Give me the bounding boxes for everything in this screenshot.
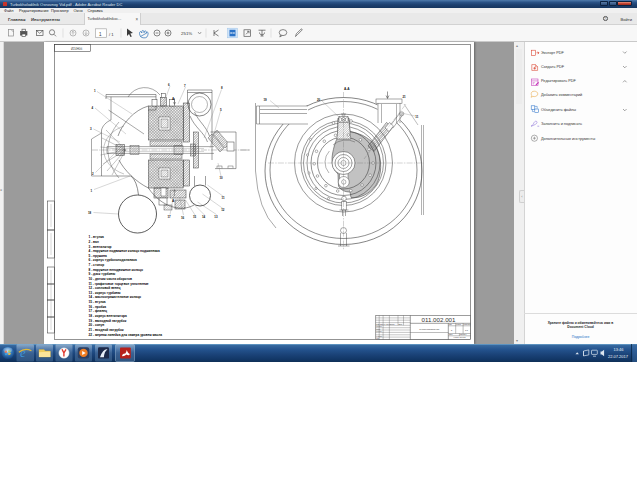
svg-text:Лист: Лист: [449, 334, 453, 335]
svg-text:7 - стопор: 7 - стопор: [88, 263, 104, 267]
svg-text:17: 17: [167, 215, 171, 219]
svg-text:13 - корпус турбины: 13 - корпус турбины: [88, 291, 120, 295]
svg-text:8 - наружное неподвижное кольц: 8 - наружное неподвижное кольцо: [88, 268, 142, 272]
svg-text:6 - корпус турбохолодильника: 6 - корпус турбохолодильника: [88, 258, 136, 262]
svg-text:e: e: [20, 346, 26, 360]
svg-text:3 - вентилятор: 3 - вентилятор: [88, 245, 111, 249]
svg-text:5: 5: [220, 108, 222, 112]
svg-text:18: 18: [88, 211, 92, 215]
svg-text:13: 13: [214, 215, 218, 219]
svg-text:3: 3: [90, 127, 92, 131]
svg-text:16: 16: [181, 216, 185, 220]
svg-text:2: 2: [92, 172, 94, 176]
svg-text:1: 1: [90, 189, 92, 193]
svg-text:15: 15: [193, 215, 197, 219]
svg-text:2 - вал: 2 - вал: [88, 240, 98, 244]
svg-text:8: 8: [221, 86, 223, 90]
svg-text:12 - сопловой венец: 12 - сопловой венец: [88, 286, 120, 290]
svg-text:7: 7: [184, 84, 186, 88]
svg-text:Масштаб: Масштаб: [463, 324, 470, 325]
svg-text:21: 21: [402, 95, 406, 99]
svg-text:19: 19: [263, 98, 267, 102]
svg-text:22.07.2017: 22.07.2017: [608, 354, 629, 359]
svg-text:A: A: [172, 199, 175, 203]
svg-text:КНИТУ 011.002: КНИТУ 011.002: [453, 336, 465, 338]
svg-text:251%: 251%: [181, 31, 192, 36]
svg-text:19 - выходной патрубок: 19 - выходной патрубок: [88, 319, 126, 323]
svg-text:16 - пробка: 16 - пробка: [88, 305, 106, 309]
svg-text:12: 12: [221, 208, 225, 212]
svg-text:10: 10: [219, 176, 223, 180]
svg-text:4 - наружное подвижное кольцо: 4 - наружное подвижное кольцо подшипника: [88, 249, 159, 253]
svg-text:5 - пружина: 5 - пружина: [88, 254, 106, 258]
svg-text:Дата: Дата: [398, 324, 402, 325]
svg-text:18 - корпус вентилятора: 18 - корпус вентилятора: [88, 314, 127, 318]
svg-text:14: 14: [202, 215, 206, 219]
svg-text:/ 1: / 1: [109, 32, 114, 37]
svg-text:4: 4: [91, 106, 93, 110]
svg-text:Ø24Н0б: Ø24Н0б: [71, 47, 83, 51]
svg-text:20 - сопун: 20 - сопун: [88, 323, 104, 327]
svg-text:21 - входной патрубок: 21 - входной патрубок: [88, 328, 124, 332]
svg-text:10 - датчик числа оборотов: 10 - датчик числа оборотов: [88, 277, 131, 281]
svg-text:20: 20: [317, 98, 321, 102]
svg-text:1 - втулка: 1 - втулка: [88, 235, 104, 239]
svg-text:11: 11: [415, 115, 418, 119]
svg-text:17 - фланец: 17 - фланец: [88, 309, 107, 313]
svg-text:Пров.: Пров.: [376, 329, 381, 330]
svg-text:9 - диск турбины: 9 - диск турбины: [88, 272, 115, 276]
svg-text:15 - втулка: 15 - втулка: [88, 300, 105, 304]
svg-text:011.002.001: 011.002.001: [421, 316, 456, 323]
svg-text:1: 1: [94, 89, 96, 93]
svg-text:11: 11: [221, 196, 224, 200]
svg-text:Листов 1: Листов 1: [460, 334, 467, 335]
svg-text:14 - маслоотражательное кольцо: 14 - маслоотражательное кольцо: [88, 295, 141, 299]
svg-text:А-А: А-А: [344, 87, 350, 91]
svg-text:Турбохолодильник: Турбохолодильник: [419, 328, 440, 330]
svg-text:22 - мерная линейка для замера: 22 - мерная линейка для замера уровня ма…: [88, 333, 162, 337]
svg-text:Разраб.: Разраб.: [376, 326, 382, 327]
svg-text:Утв.: Утв.: [376, 338, 380, 339]
svg-text:Масса: Масса: [456, 324, 461, 325]
svg-text:Подп.: Подп.: [390, 324, 395, 325]
svg-text:11 - графитовое торцевое уплот: 11 - графитовое торцевое уплотнение: [88, 282, 148, 286]
svg-text:Н.контр.: Н.контр.: [376, 336, 383, 337]
svg-text:13:46: 13:46: [614, 347, 625, 352]
svg-text:6: 6: [168, 83, 170, 87]
svg-text:Т.контр.: Т.контр.: [376, 331, 382, 332]
